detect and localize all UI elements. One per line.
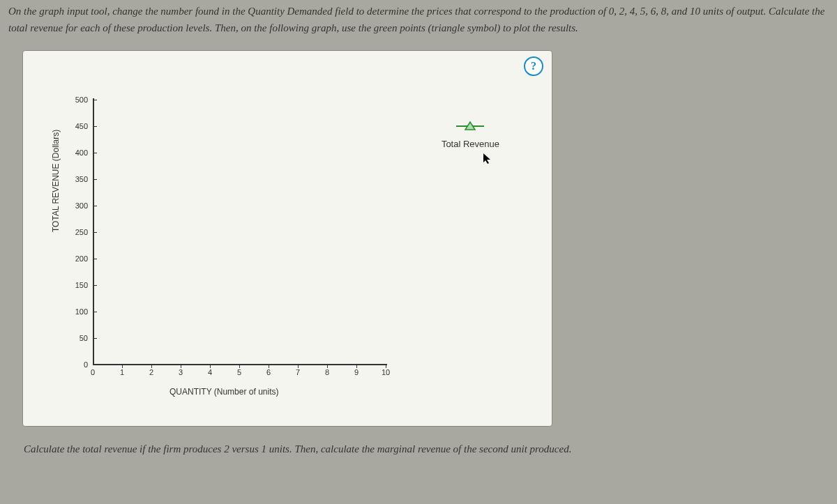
legend-label: Total Revenue (442, 139, 499, 149)
y-tick-label: 450 (68, 122, 88, 130)
x-tick-label: 0 (86, 368, 100, 376)
triangle-icon (456, 121, 484, 132)
x-tick-mark (386, 364, 386, 368)
y-tick-label: 300 (68, 201, 88, 210)
y-tick-label: 250 (68, 228, 88, 236)
y-tick-label: 200 (68, 254, 88, 263)
y-tick-label: 350 (68, 175, 88, 183)
instructions-top: On the graph input tool, change the numb… (8, 0, 829, 50)
x-tick-label: 2 (144, 368, 158, 376)
chart-panel: ? TOTAL REVENUE (Dollars) QUANTITY (Numb… (22, 50, 552, 427)
x-tick-label: 5 (232, 368, 246, 376)
y-tick-label: 400 (68, 148, 88, 157)
cursor-icon (482, 152, 492, 167)
y-tick-label: 100 (68, 307, 88, 316)
x-tick-label: 9 (349, 368, 363, 376)
y-tick-label: 150 (68, 281, 88, 289)
chart-plot-area[interactable] (93, 100, 386, 365)
help-button[interactable]: ? (524, 56, 543, 76)
x-axis-label: QUANTITY (Number of units) (169, 387, 278, 397)
x-tick-label: 10 (379, 368, 393, 376)
y-tick-label: 0 (68, 360, 88, 369)
x-tick-label: 6 (262, 368, 276, 376)
y-axis-label: TOTAL REVENUE (Dollars) (51, 130, 61, 232)
legend-total-revenue[interactable]: Total Revenue (442, 121, 499, 149)
x-tick-label: 1 (115, 368, 129, 376)
instructions-bottom: Calculate the total revenue if the firm … (8, 427, 829, 455)
x-tick-label: 4 (203, 368, 217, 376)
x-tick-label: 8 (320, 368, 334, 376)
y-tick-label: 50 (68, 334, 88, 342)
x-tick-label: 3 (174, 368, 188, 376)
y-tick-label: 500 (68, 96, 88, 104)
x-tick-label: 7 (291, 368, 305, 376)
